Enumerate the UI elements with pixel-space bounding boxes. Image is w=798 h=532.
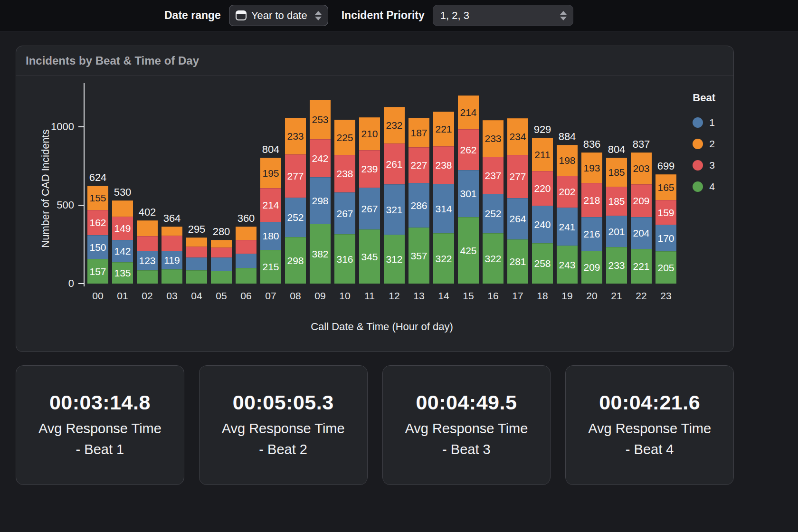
- bar-segment-beat-2[interactable]: [137, 220, 158, 236]
- bar-segment-beat-3[interactable]: 237: [483, 157, 504, 194]
- bar-segment-beat-2[interactable]: [211, 240, 232, 247]
- bar-segment-beat-2[interactable]: 214: [458, 95, 479, 129]
- bar-segment-beat-3[interactable]: 159: [656, 200, 676, 225]
- bar-segment-beat-1[interactable]: 170: [656, 225, 676, 251]
- bar-segment-beat-3[interactable]: 277: [285, 154, 306, 198]
- bar-segment-beat-2[interactable]: 211: [532, 138, 553, 171]
- bar-segment-beat-2[interactable]: 185: [606, 158, 627, 187]
- bar-segment-beat-4[interactable]: 322: [483, 233, 504, 284]
- bar-segment-beat-4[interactable]: [186, 270, 207, 284]
- bar-segment-beat-3[interactable]: 185: [606, 187, 627, 216]
- bar-segment-beat-2[interactable]: 187: [408, 118, 429, 147]
- bar-segment-beat-3[interactable]: [137, 236, 158, 251]
- bar-segment-beat-3[interactable]: 202: [557, 176, 578, 208]
- bar-segment-beat-4[interactable]: 233: [606, 247, 627, 284]
- bar-segment-beat-3[interactable]: 220: [532, 171, 553, 206]
- bar-segment-beat-3[interactable]: 277: [507, 155, 528, 198]
- legend-item-beat-2[interactable]: 2: [693, 133, 715, 154]
- bar-segment-beat-4[interactable]: 357: [408, 228, 429, 284]
- bar-segment-beat-1[interactable]: 123: [137, 251, 158, 270]
- bar-segment-beat-1[interactable]: 267: [359, 188, 380, 229]
- bar-segment-beat-2[interactable]: 195: [260, 158, 281, 188]
- bar-segment-beat-2[interactable]: 232: [384, 107, 405, 143]
- bar-segment-beat-2[interactable]: [162, 227, 182, 236]
- bar-segment-beat-2[interactable]: 233: [483, 120, 504, 157]
- bar-segment-beat-1[interactable]: 298: [310, 177, 331, 224]
- bar-segment-beat-4[interactable]: [211, 271, 232, 284]
- bar-segment-beat-3[interactable]: 218: [581, 183, 602, 217]
- bar-segment-beat-4[interactable]: 281: [507, 239, 528, 284]
- bar-segment-beat-2[interactable]: 165: [656, 174, 676, 200]
- bar-segment-beat-4[interactable]: [137, 270, 158, 284]
- bar-segment-beat-2[interactable]: 210: [359, 117, 380, 150]
- bar-segment-beat-2[interactable]: [236, 227, 256, 240]
- bar-segment-beat-1[interactable]: 314: [433, 184, 454, 233]
- bar-segment-beat-1[interactable]: [236, 254, 256, 268]
- legend-item-beat-4[interactable]: 4: [693, 176, 715, 197]
- bar-segment-beat-1[interactable]: [186, 257, 207, 270]
- bar-segment-beat-1[interactable]: 142: [112, 240, 133, 262]
- bar-segment-beat-4[interactable]: 298: [285, 237, 306, 284]
- bar-segment-beat-4[interactable]: [162, 269, 182, 284]
- bar-segment-beat-4[interactable]: 312: [384, 235, 405, 284]
- bar-segment-beat-3[interactable]: 227: [408, 147, 429, 183]
- bar-segment-beat-4[interactable]: 316: [334, 234, 355, 284]
- bar-segment-beat-1[interactable]: 241: [557, 208, 578, 246]
- bar-segment-beat-3[interactable]: [162, 236, 182, 251]
- bar-segment-beat-2[interactable]: 198: [557, 145, 578, 176]
- bar-segment-beat-3[interactable]: [186, 247, 207, 257]
- bar-segment-beat-4[interactable]: 243: [557, 246, 578, 284]
- bar-segment-beat-1[interactable]: 119: [162, 251, 182, 269]
- bar-segment-beat-1[interactable]: 252: [483, 194, 504, 233]
- bar-segment-beat-3[interactable]: 262: [458, 129, 479, 170]
- legend-item-beat-3[interactable]: 3: [693, 154, 715, 176]
- bar-segment-beat-4[interactable]: 135: [112, 262, 133, 284]
- bar-segment-beat-1[interactable]: 180: [260, 222, 281, 250]
- bar-segment-beat-3[interactable]: 238: [433, 146, 454, 184]
- date-range-select[interactable]: Year to date: [229, 5, 328, 26]
- legend-item-beat-1[interactable]: 1: [693, 112, 715, 133]
- bar-segment-beat-2[interactable]: 155: [87, 186, 108, 210]
- bar-segment-beat-2[interactable]: [112, 200, 133, 217]
- bar-segment-beat-1[interactable]: 267: [334, 192, 355, 234]
- bar-segment-beat-2[interactable]: 233: [285, 118, 306, 154]
- bar-segment-beat-1[interactable]: 252: [285, 198, 306, 237]
- bar-segment-beat-2[interactable]: 221: [433, 112, 454, 146]
- bar-segment-beat-4[interactable]: 157: [87, 259, 108, 284]
- bar-segment-beat-3[interactable]: 261: [384, 143, 405, 184]
- bar-segment-beat-4[interactable]: 215: [260, 250, 281, 284]
- bar-segment-beat-4[interactable]: [236, 268, 256, 284]
- bar-segment-beat-2[interactable]: 253: [310, 100, 331, 139]
- bar-segment-beat-3[interactable]: 214: [260, 188, 281, 222]
- bar-segment-beat-3[interactable]: 162: [87, 210, 108, 235]
- bar-segment-beat-1[interactable]: 264: [507, 198, 528, 239]
- incident-priority-select[interactable]: 1, 2, 3: [433, 5, 573, 26]
- bar-segment-beat-1[interactable]: 216: [581, 217, 602, 251]
- bar-segment-beat-2[interactable]: 203: [631, 152, 652, 184]
- bar-segment-beat-2[interactable]: 193: [581, 152, 602, 183]
- bar-segment-beat-1[interactable]: 301: [458, 170, 479, 217]
- bar-segment-beat-3[interactable]: [211, 247, 232, 257]
- bar-segment-beat-1[interactable]: 204: [631, 217, 652, 249]
- bar-segment-beat-1[interactable]: 286: [408, 183, 429, 228]
- bar-segment-beat-4[interactable]: 425: [458, 217, 479, 284]
- bar-segment-beat-4[interactable]: 221: [631, 249, 652, 284]
- bar-segment-beat-3[interactable]: 238: [334, 155, 355, 192]
- bar-segment-beat-3[interactable]: 242: [310, 139, 331, 177]
- bar-segment-beat-2[interactable]: 234: [507, 118, 528, 155]
- bar-segment-beat-1[interactable]: 150: [87, 235, 108, 259]
- bar-segment-beat-4[interactable]: 209: [581, 251, 602, 284]
- bar-segment-beat-2[interactable]: 225: [334, 120, 355, 155]
- bar-segment-beat-4[interactable]: 382: [310, 224, 331, 284]
- bar-segment-beat-4[interactable]: 205: [656, 251, 676, 284]
- bar-segment-beat-2[interactable]: [186, 238, 207, 247]
- bar-segment-beat-3[interactable]: 149: [112, 217, 133, 240]
- bar-segment-beat-3[interactable]: 209: [631, 184, 652, 217]
- bar-segment-beat-4[interactable]: 345: [359, 229, 380, 284]
- bar-segment-beat-1[interactable]: 201: [606, 216, 627, 247]
- bar-segment-beat-3[interactable]: 239: [359, 150, 380, 188]
- bar-segment-beat-4[interactable]: 258: [532, 243, 553, 284]
- bar-segment-beat-1[interactable]: [211, 257, 232, 271]
- bar-segment-beat-1[interactable]: 321: [384, 184, 405, 235]
- bar-segment-beat-3[interactable]: [236, 240, 256, 254]
